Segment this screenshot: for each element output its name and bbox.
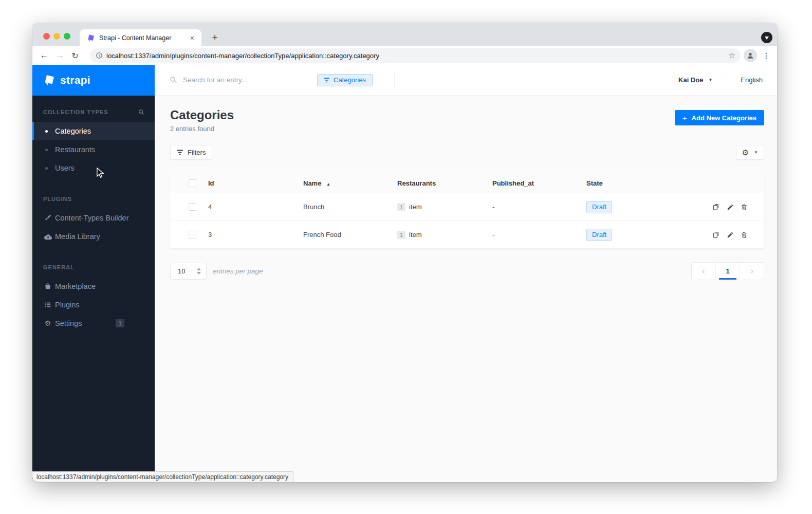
entries-count: 2 entries found — [170, 125, 234, 133]
chip-label: Categories — [334, 76, 366, 84]
close-window-button[interactable] — [43, 33, 50, 40]
language-selector[interactable]: English — [741, 76, 763, 84]
column-header-id[interactable]: Id — [208, 179, 303, 187]
count-unit: item — [409, 203, 422, 211]
search-icon — [170, 76, 177, 84]
entries-per-page-label: entries per page — [213, 267, 263, 275]
entries-per-page-select[interactable]: 10 — [170, 263, 207, 280]
plugins-list: Content-Types Builder Media Library — [32, 209, 155, 246]
cell-published-at: - — [492, 231, 586, 238]
shopping-bag-icon — [44, 282, 52, 290]
bullet-icon — [45, 167, 48, 170]
current-page-label: 1 — [726, 267, 729, 275]
edit-icon[interactable] — [726, 203, 734, 211]
sidebar-item-settings[interactable]: ⚙ Settings 1 — [32, 314, 155, 333]
select-all-checkbox[interactable] — [189, 179, 196, 187]
bullet-icon — [45, 130, 48, 133]
delete-icon[interactable] — [740, 230, 748, 239]
add-new-categories-button[interactable]: + Add New Categories — [675, 110, 764, 125]
next-page-button[interactable]: › — [740, 263, 764, 280]
bookmark-star-icon[interactable]: ☆ — [729, 51, 735, 60]
browser-window: Strapi - Content Manager × + ← → ↻ local… — [32, 23, 777, 482]
strapi-logo[interactable]: strapi — [32, 65, 155, 96]
back-button[interactable]: ← — [36, 50, 52, 61]
filters-button[interactable]: Filters — [170, 145, 212, 160]
page-info-icon[interactable] — [96, 52, 103, 59]
search-input[interactable] — [183, 76, 311, 84]
cell-id: 4 — [208, 203, 303, 211]
section-title-label: PLUGINS — [43, 196, 72, 202]
column-header-published-at[interactable]: Published_at — [492, 179, 586, 187]
downloads-indicator-icon[interactable] — [761, 32, 772, 43]
strapi-logo-icon — [43, 74, 56, 86]
delete-icon[interactable] — [740, 203, 748, 211]
chevron-left-icon: ‹ — [702, 266, 705, 276]
page-header: Categories 2 entries found + Add New Cat… — [170, 108, 764, 133]
content-type-chip[interactable]: Categories — [317, 74, 373, 86]
sidebar-item-content-types-builder[interactable]: Content-Types Builder — [32, 209, 155, 227]
sidebar-item-label: Media Library — [55, 232, 100, 241]
reload-button[interactable]: ↻ — [67, 51, 83, 61]
browser-profile-avatar[interactable] — [744, 49, 757, 62]
cloud-upload-icon — [44, 232, 52, 241]
cell-state: Draft — [586, 229, 692, 241]
user-zone: Kai Doe ▼ English — [678, 75, 777, 86]
add-button-label: Add New Categories — [692, 114, 756, 122]
filter-icon — [177, 150, 183, 155]
column-header-name[interactable]: Name ▲ — [303, 179, 397, 187]
browser-menu-icon[interactable]: ⋮ — [763, 51, 770, 60]
section-title-plugins: PLUGINS — [32, 196, 155, 202]
minimize-window-button[interactable] — [53, 33, 60, 40]
cell-name: Brunch — [303, 203, 397, 211]
sidebar-item-label: Marketplace — [55, 282, 96, 290]
cell-id: 3 — [208, 231, 303, 238]
row-actions — [692, 230, 764, 239]
chevron-right-icon: › — [750, 266, 753, 276]
entries-table: Id Name ▲ Restaurants Published_at State… — [170, 173, 764, 248]
sidebar-item-restaurants[interactable]: Restaurants — [32, 140, 155, 159]
page-title: Categories — [170, 108, 234, 122]
sidebar-item-media-library[interactable]: Media Library — [32, 227, 155, 246]
count-unit: item — [409, 231, 422, 238]
table-settings-button[interactable]: ⚙ ▼ — [736, 145, 764, 160]
address-bar[interactable]: localhost:1337/admin/plugins/content-man… — [90, 48, 741, 63]
row-checkbox[interactable] — [189, 203, 196, 211]
row-actions — [692, 203, 764, 211]
duplicate-icon[interactable] — [712, 230, 721, 239]
paintbrush-icon — [44, 214, 52, 222]
sidebar-item-users[interactable]: Users — [32, 159, 155, 177]
browser-tab[interactable]: Strapi - Content Manager × — [80, 29, 201, 46]
sidebar-item-label: Categories — [55, 127, 91, 135]
edit-icon[interactable] — [726, 230, 734, 239]
column-header-restaurants[interactable]: Restaurants — [397, 179, 492, 187]
state-badge: Draft — [586, 201, 612, 213]
filter-icon — [324, 78, 329, 83]
chevron-up-icon — [197, 268, 201, 270]
sidebar-item-marketplace[interactable]: Marketplace — [32, 277, 155, 296]
chevron-down-icon[interactable]: ▼ — [708, 78, 712, 82]
sidebar-item-label: Settings — [55, 319, 82, 327]
sidebar: strapi COLLECTION TYPES Categories — [32, 65, 155, 482]
app-topbar: Categories Kai Doe ▼ English — [155, 65, 777, 96]
tab-close-icon[interactable]: × — [188, 33, 196, 43]
search-icon[interactable] — [138, 109, 144, 115]
row-checkbox[interactable] — [189, 231, 196, 238]
column-header-state[interactable]: State — [586, 179, 692, 187]
table-row[interactable]: 3 French Food 1 item - Draft — [170, 221, 764, 248]
strapi-logo-text: strapi — [60, 74, 90, 86]
sidebar-item-categories[interactable]: Categories — [32, 122, 155, 140]
forward-button[interactable]: → — [52, 50, 67, 61]
sidebar-item-plugins[interactable]: Plugins — [32, 296, 155, 314]
active-page-indicator — [719, 278, 736, 280]
user-menu[interactable]: Kai Doe — [678, 76, 703, 84]
person-icon — [746, 51, 754, 60]
previous-page-button[interactable]: ‹ — [692, 263, 715, 280]
zoom-window-button[interactable] — [64, 33, 70, 40]
page-number[interactable]: 1 — [715, 263, 740, 280]
url-text: localhost:1337/admin/plugins/content-man… — [106, 52, 379, 60]
list-icon — [44, 301, 52, 309]
new-tab-button[interactable]: + — [209, 32, 221, 43]
state-badge: Draft — [586, 229, 612, 241]
table-row[interactable]: 4 Brunch 1 item - Draft — [170, 193, 764, 221]
duplicate-icon[interactable] — [712, 203, 721, 211]
